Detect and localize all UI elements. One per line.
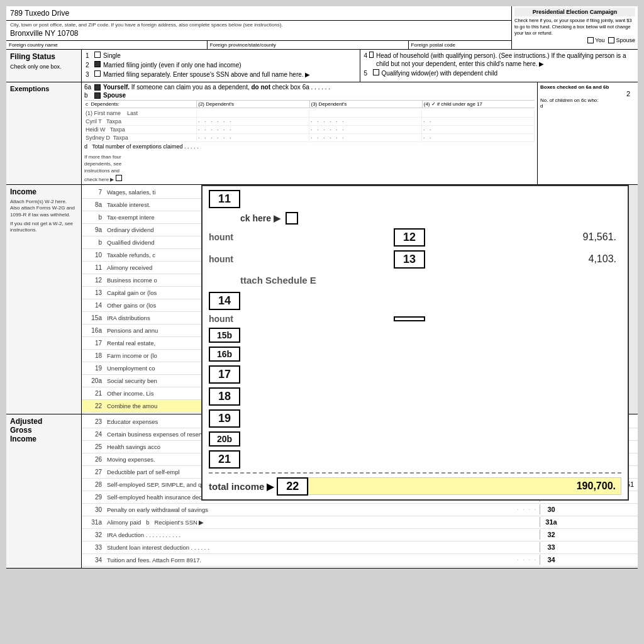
total-amount-22: 190,700. (308, 477, 621, 495)
dep-row-heidi: Heidi W Taxpa · · · · · · · · · · · · · … (84, 126, 535, 134)
exempt-cb-6a[interactable] (94, 84, 101, 91)
attach-schedule-label: ttach Schedule E (240, 272, 316, 288)
overlay-row-20b: 20b (209, 431, 621, 447)
agi-title: Adjusted Gross Income (10, 417, 77, 443)
spouse-checkbox[interactable] (608, 37, 614, 43)
total-box-22: 22 (277, 477, 308, 496)
overlay-row-11: 11 (209, 190, 621, 208)
hount-label-2: hount (209, 254, 394, 264)
overlay-hount-row-3: hount (209, 314, 621, 324)
overlay-row-15b: 15b (209, 328, 621, 343)
you-spouse-row: You Spouse (514, 37, 635, 43)
filing-label-1: Single (103, 52, 121, 60)
exempt-row-6a: 6a Yourself. If someone can claim you as… (84, 84, 535, 91)
dep-row-cyril: Cyril T Taxpa · · · · · · · · · · · · · … (84, 118, 535, 126)
no-w2-note: If you did not get a W-2, see instructio… (10, 221, 77, 234)
tax-form: 789 Tuxedo Drive City, town or post offi… (6, 6, 638, 569)
ck-here-label: ck here ▶ (240, 213, 280, 223)
overlay-amount-12: 91,561. (431, 231, 621, 243)
if-more-cb[interactable] (116, 175, 122, 181)
spouse-checkbox-label[interactable]: Spouse (608, 37, 635, 43)
overlay-amount-13: 4,103. (431, 253, 621, 265)
exempt-label-6a: Yourself. If someone can claim you as a … (103, 84, 330, 91)
agi-line-34: 34 Tuition and fees. Attach Form 8917. ·… (82, 554, 638, 567)
overlay-box-18: 18 (209, 387, 240, 406)
dep-header-4: (4) ✓ if child under age 17 (423, 101, 535, 108)
overlay-row-17: 17 (209, 365, 621, 384)
filing-cb-2[interactable] (94, 61, 101, 67)
exempt-row-d: d Total number of exemptions claimed . .… (84, 143, 535, 150)
filing-option-5: 5 Qualifying widow(er) with dependent ch… (364, 69, 635, 77)
foreign-row: Foreign country name Foreign province/st… (6, 40, 511, 49)
dep-header-1: c Dependents: (84, 101, 197, 108)
dep-sydney: Sydney D Taxpa (84, 134, 197, 142)
dep-row-1: (1) First name Last (84, 109, 535, 118)
filing-status-title: Filing Status (10, 52, 77, 61)
boxes-count: 2 (540, 90, 635, 97)
overlay-row-14: 14 (209, 292, 621, 310)
boxes-checked-label: Boxes checked on 6a and 6b (540, 84, 635, 90)
total-income-label: total income (209, 481, 264, 492)
dep-name-1: (1) First name Last (84, 109, 197, 117)
you-checkbox-label[interactable]: You (587, 37, 604, 43)
filing-cb-5[interactable] (373, 69, 379, 75)
agi-label: Adjusted Gross Income (6, 414, 82, 568)
overlay-box-16b: 16b (209, 347, 240, 362)
exemptions-label: Exemptions (6, 82, 82, 184)
overlay-box-12: 12 (394, 228, 425, 247)
exempt-right: Boxes checked on 6a and 6b 2 No. of chil… (537, 82, 638, 184)
filing-status-section: Filing Status Check only one box. 1 Sing… (6, 50, 638, 82)
attach-note: Attach Form(s) W-2 here. Also attach For… (10, 199, 77, 218)
total-income-row: total income ▶ 22 190,700. (209, 477, 621, 496)
filing-option-3: 3 Married filing separately. Enter spous… (86, 70, 356, 79)
income-title: Income (10, 187, 77, 196)
address-line1: 789 Tuxedo Drive (6, 6, 511, 21)
filing-cb-1[interactable] (94, 52, 101, 58)
filing-label-2: Married filing jointly (even if only one… (103, 61, 242, 69)
overlay-panel: 11 ck here ▶ hount 12 91,561. hount (201, 185, 629, 501)
overlay-row-12: hount 12 91,561. (209, 228, 621, 247)
agi-line-31a: 31a Alimony paid b Recipient's SSN ▶ 31a (82, 516, 638, 529)
exemptions-title: Exemptions (10, 85, 49, 92)
agi-line-30: 30 Penalty on early withdrawal of saving… (82, 504, 638, 516)
filing-option-2: 2 Married filing jointly (even if only o… (86, 61, 356, 69)
agi-line-32: 32 IRA deduction . . . . . . . . . . . 3… (82, 529, 638, 541)
spouse-label: Spouse (616, 37, 635, 43)
filing-option-1: 1 Single (86, 52, 356, 60)
overlay-check-here-row: ck here ▶ (240, 212, 621, 225)
overlay-box-19: 19 (209, 409, 240, 428)
filing-label-5: Qualifying widow(er) with dependent chil… (382, 69, 498, 77)
address-section: 789 Tuxedo Drive City, town or post offi… (6, 6, 638, 50)
overlay-box-blank (394, 316, 425, 321)
no-children-sub: d (540, 103, 635, 109)
filing-label-3: Married filing separately. Enter spouse'… (103, 70, 310, 79)
filing-label-4: Head of household (with qualifying perso… (376, 52, 634, 68)
filing-status-label: Filing Status Check only one box. (6, 50, 82, 82)
dep-header-2: (2) Dependent's (197, 101, 309, 108)
exemptions-section: Exemptions 6a Yourself. If someone can c… (6, 82, 638, 185)
foreign-country-label: Foreign country name (6, 41, 208, 49)
filing-cb-4[interactable] (369, 52, 374, 58)
dep-heidi: Heidi W Taxpa (84, 126, 197, 133)
overlay-row-16b: 16b (209, 347, 621, 362)
presidential-text: Check here if you, or your spouse if fil… (514, 18, 635, 36)
overlay-box-14: 14 (209, 292, 240, 310)
overlay-row-21: 21 (209, 450, 621, 469)
overlay-row-18: 18 (209, 387, 621, 406)
presidential-block: Presidential Election Campaign Check her… (512, 6, 638, 49)
filing-option-4: 4 Head of household (with qualifying per… (364, 52, 635, 68)
hount-label-3: hount (209, 314, 394, 324)
overlay-box-11: 11 (209, 190, 240, 208)
address-line2: Bronxville NY 10708 (6, 28, 511, 40)
check-here-box[interactable] (286, 212, 298, 225)
overlay-row-19: 19 (209, 409, 621, 428)
filing-cb-3[interactable] (94, 70, 101, 77)
exempt-d-label: d Total number of exemptions claimed . .… (84, 143, 198, 150)
you-checkbox[interactable] (587, 37, 594, 43)
filing-status-sub: Check only one box. (10, 64, 77, 70)
exempt-cb-6b[interactable] (94, 92, 101, 99)
total-income-arrow: ▶ (267, 480, 274, 492)
agi-line-33: 33 Student loan interest deduction . . .… (82, 541, 638, 554)
dep-header-3: (3) Dependent's (310, 101, 423, 108)
dependents-header: c Dependents: (2) Dependent's (3) Depend… (84, 100, 535, 108)
